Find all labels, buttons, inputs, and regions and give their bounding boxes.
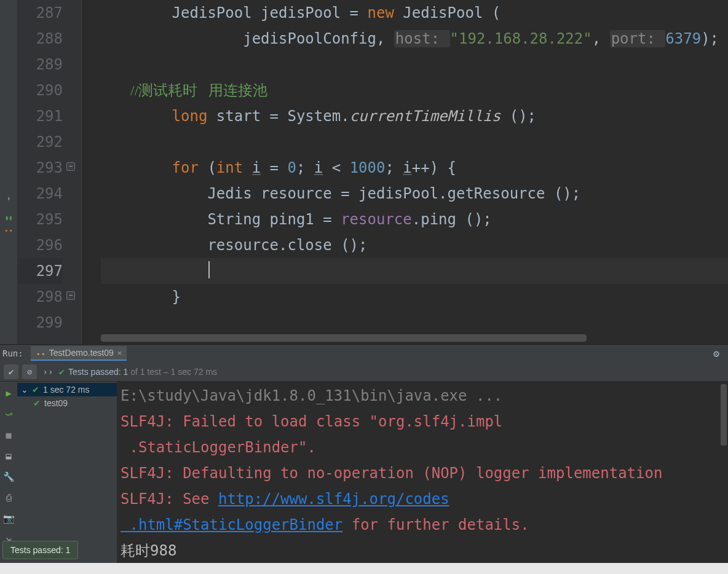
checkmark-icon: ✔	[32, 385, 39, 395]
camera-icon[interactable]: 📷	[0, 511, 17, 527]
checkmark-icon: ✔	[59, 366, 65, 377]
tests-status: Tests passed: 1 of 1 test – 1 sec 72 ms	[68, 367, 217, 377]
expand-icon[interactable]: ›	[0, 186, 17, 211]
test-root-row[interactable]: ⌄ ✔ 1 sec 72 ms	[17, 383, 117, 396]
settings-button[interactable]: 🔧	[0, 469, 17, 485]
code-line[interactable]: long start = System.currentTimeMillis ()…	[101, 103, 728, 129]
console-line: 耗时988	[121, 538, 724, 564]
code-area[interactable]: JedisPool jedisPool = new JedisPool ( je…	[101, 0, 728, 344]
code-line[interactable]	[101, 129, 728, 155]
line-number: 289	[17, 52, 63, 77]
code-line[interactable]: resource.close ();	[101, 232, 728, 258]
line-number: 298−	[17, 284, 63, 310]
layout-button[interactable]: ⬓	[0, 448, 17, 464]
line-number: 294	[17, 181, 63, 206]
code-line[interactable]: String ping1 = resource.ping ();	[101, 206, 728, 232]
fold-toggle-icon[interactable]: −	[66, 291, 75, 300]
line-number: 291	[17, 103, 63, 129]
run-header: Run: ⬩⬩ TestDemo.test09 × ⚙	[0, 345, 728, 362]
console-line: .StaticLoggerBinder".	[121, 434, 724, 460]
code-line[interactable]: Jedis resource = jedisPool.getResource (…	[101, 181, 728, 206]
console-link[interactable]: http://www.slf4j.org/codes	[218, 490, 449, 508]
footer-strip	[0, 563, 728, 574]
line-number: 292	[17, 129, 63, 155]
run-title-label: Run:	[2, 348, 23, 358]
console-line: E:\study\Java\jdk1.8.0_131\bin\java.exe …	[121, 383, 724, 409]
test-item-label: test09	[44, 398, 68, 408]
stop-button[interactable]: ■	[0, 427, 17, 443]
rerun-button[interactable]: ▶	[0, 385, 17, 401]
test-item-row[interactable]: ✔ test09	[17, 396, 117, 410]
line-number-gutter[interactable]: 287288289290291292293−294295296297298−29…	[17, 0, 82, 344]
console-link[interactable]: .html#StaticLoggerBinder	[121, 516, 342, 533]
close-icon[interactable]: ×	[117, 348, 122, 358]
code-line[interactable]	[101, 310, 728, 336]
console-line: .html#StaticLoggerBinder for further det…	[121, 512, 724, 538]
caret	[208, 261, 210, 278]
line-number: 299	[17, 310, 63, 336]
test-config-icon: ⬩⬩	[36, 348, 46, 358]
line-number: 296	[17, 232, 63, 258]
console-line: SLF4J: See http://www.slf4j.org/codes	[121, 486, 724, 512]
code-line[interactable]: for (int i = 0; i < 1000; i++) {	[101, 155, 728, 181]
line-number: 288	[17, 26, 63, 52]
pin-button[interactable]: ⎙	[0, 490, 17, 506]
chevron-down-icon: ⌄	[21, 385, 28, 395]
console-line: SLF4J: Failed to load class "org.slf4j.i…	[121, 409, 724, 434]
show-passed-button[interactable]: ✔	[4, 364, 18, 379]
run-tab-label: TestDemo.test09	[49, 348, 114, 358]
line-number: 297	[17, 258, 63, 284]
run-toolbar: ✔ ⊘ ›› ✔ Tests passed: 1 of 1 test – 1 s…	[0, 362, 728, 382]
line-number: 293−	[17, 155, 63, 181]
code-line[interactable]: JedisPool jedisPool = new JedisPool (	[101, 0, 728, 26]
run-tab[interactable]: ⬩⬩ TestDemo.test09 ×	[31, 346, 127, 361]
toggle-button[interactable]: ⤻	[0, 406, 17, 422]
console-scrollbar[interactable]	[721, 384, 727, 446]
code-line[interactable]: }	[101, 284, 728, 310]
tests-passed-text: Tests passed: 1	[68, 367, 128, 377]
gear-icon[interactable]: ⚙	[713, 348, 719, 360]
code-line[interactable]	[101, 258, 728, 284]
editor-horizontal-scrollbar[interactable]	[101, 334, 587, 342]
line-number: 295	[17, 206, 63, 232]
tests-total-text: of 1 test – 1 sec 72 ms	[128, 367, 217, 377]
code-line[interactable]: jedisPoolConfig, host: "192.168.28.222",…	[101, 26, 728, 52]
show-ignored-button[interactable]: ⊘	[22, 364, 37, 379]
expand-button[interactable]: ››	[41, 364, 55, 379]
console-line: SLF4J: Defaulting to no-operation (NOP) …	[121, 460, 724, 486]
tests-passed-tooltip: Tests passed: 1	[2, 541, 78, 559]
marker-icon-2: ▸◂	[0, 224, 17, 236]
editor-left-strip: › ▮▮ ▸◂	[0, 0, 17, 344]
run-tool-window: Run: ⬩⬩ TestDemo.test09 × ⚙ ✔ ⊘ ›› ✔ Tes…	[0, 344, 728, 574]
code-line[interactable]	[101, 52, 728, 77]
fold-toggle-icon[interactable]: −	[66, 162, 75, 171]
line-number: 287	[17, 0, 63, 26]
console-output[interactable]: E:\study\Java\jdk1.8.0_131\bin\java.exe …	[117, 382, 728, 574]
checkmark-icon: ✔	[33, 398, 41, 408]
editor-panel: › ▮▮ ▸◂ 287288289290291292293−2942952962…	[0, 0, 728, 344]
test-root-time: 1 sec 72 ms	[43, 385, 89, 395]
line-number: 290	[17, 77, 63, 103]
code-line[interactable]: //测试耗时 用连接池	[101, 77, 728, 103]
marker-icon: ▮▮	[0, 211, 17, 224]
